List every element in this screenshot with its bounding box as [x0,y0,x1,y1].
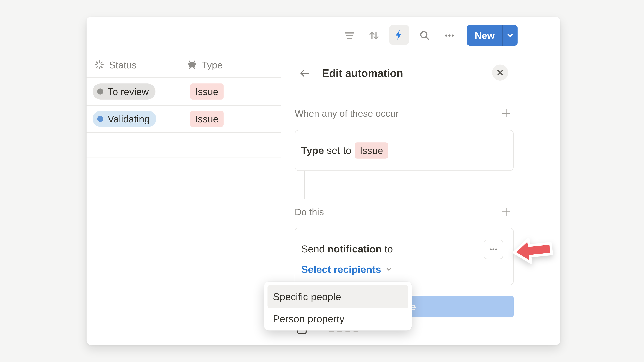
table-row-1-status-cell[interactable]: Validating [92,111,156,127]
hidden-text-fragment [338,331,342,332]
hidden-text-fragment [330,331,334,332]
type-tag-label: Issue [195,86,218,97]
ellipsis-icon [443,29,456,42]
table-row-0-status-cell[interactable]: To review [92,83,156,99]
action-section-label: Do this [295,206,324,218]
trigger-property: Type [301,145,324,156]
annotation-arrow-icon [510,232,555,269]
trigger-verb [324,145,327,156]
menu-item-label: Specific people [273,291,341,303]
select-recipients-label[interactable]: Select recipients [301,264,381,275]
table-line [86,158,281,158]
status-pill-label: Validating [108,113,150,124]
type-tag[interactable]: Issue [190,83,224,99]
column-header-label: Status [109,59,136,70]
new-dropdown-button[interactable] [503,25,518,45]
hidden-text-fragment [346,331,350,332]
add-trigger-button[interactable] [501,108,512,119]
menu-item-specific-people[interactable]: Specific people [268,285,408,308]
status-pill-label: To review [108,86,149,97]
plus-icon [501,108,512,119]
recipients-dropdown-menu: Specific people Person property [264,282,412,331]
status-dot-icon [97,116,103,122]
status-pill[interactable]: Validating [92,111,156,127]
arrow-left-icon [299,67,310,79]
add-action-button[interactable] [501,206,512,217]
sort-icon [368,29,380,42]
bug-icon [187,60,197,70]
table-line [86,77,281,78]
plus-icon [501,206,512,217]
chevron-down-icon [506,31,514,39]
hidden-text-fragment [354,331,358,332]
space [325,243,328,255]
ellipsis-icon [488,244,498,254]
column-divider [180,52,180,132]
close-icon [496,69,504,76]
panel-title: Edit automation [322,66,403,80]
trigger-verb-text: set to [327,145,351,156]
action-description: Send notification to [301,243,393,255]
action-card[interactable]: Send notification to Select recipients [295,228,514,285]
status-spinner-icon [94,60,104,70]
toolbar-divider [86,52,518,52]
table-line [86,105,281,106]
status-pill[interactable]: To review [92,83,156,99]
table-line [86,132,281,133]
trigger-card[interactable]: Type set to Issue [295,130,514,171]
flow-connector-line [304,171,305,199]
trigger-value-tag: Issue [355,142,388,159]
space [382,243,384,255]
trigger-value-label: Issue [360,145,383,156]
action-text-pre: Send [301,243,325,255]
type-tag[interactable]: Issue [190,111,224,127]
column-header-label: Type [202,59,223,70]
new-button-label[interactable]: New [467,25,502,45]
automations-button[interactable] [390,25,409,44]
trigger-section-label: When any of these occur [295,107,398,119]
column-header-type[interactable]: Type [187,53,223,77]
type-tag-label: Issue [195,113,218,124]
status-dot-icon [97,88,103,94]
back-button[interactable] [299,67,310,79]
lightning-icon [394,29,405,40]
menu-item-person-property[interactable]: Person property [268,309,408,329]
chevron-down-icon [385,266,392,273]
close-button[interactable] [492,64,508,81]
action-text-bold: notification [328,243,382,255]
new-button[interactable]: New [467,25,518,45]
action-more-button[interactable] [484,240,503,259]
sort-button[interactable] [368,29,380,42]
table-row-1-type-cell[interactable]: Issue [190,111,224,127]
action-text-post: to [384,243,393,255]
menu-item-label: Person property [273,313,344,325]
more-options-button[interactable] [443,29,456,42]
page-background: New Status [0,0,644,362]
select-recipients-dropdown[interactable]: Select recipients [301,263,392,275]
filter-icon [343,29,356,42]
app-window: New Status [86,17,560,345]
search-button[interactable] [418,29,431,42]
column-header-status[interactable]: Status [94,53,136,77]
filter-button[interactable] [343,29,356,42]
table-row-0-type-cell[interactable]: Issue [190,83,224,99]
search-icon [418,29,431,42]
